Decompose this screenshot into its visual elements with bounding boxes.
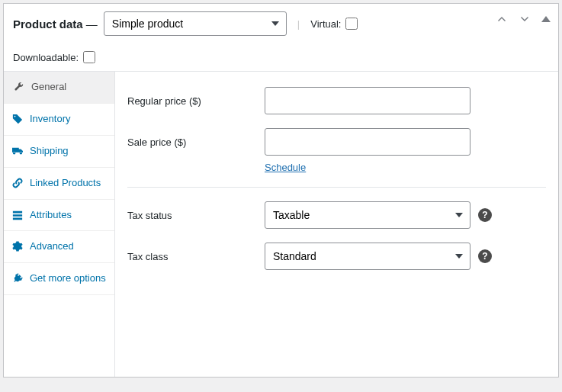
product-type-select[interactable]: Simple product <box>104 11 287 36</box>
tab-label: Attributes <box>30 209 107 222</box>
tax-status-label: Tax status <box>127 210 265 221</box>
collapse-icon[interactable] <box>541 16 551 22</box>
tab-general[interactable]: General <box>4 72 114 104</box>
tab-get-more-options[interactable]: Get more options <box>4 263 114 295</box>
tab-label: General <box>31 81 107 94</box>
virtual-label: Virtual: <box>310 18 358 30</box>
chevron-up-icon[interactable] <box>496 13 508 25</box>
schedule-link[interactable]: Schedule <box>265 162 306 173</box>
tab-linked-products[interactable]: Linked Products <box>4 168 114 200</box>
help-icon[interactable]: ? <box>478 249 492 263</box>
tab-attributes[interactable]: Attributes <box>4 200 114 232</box>
tab-label: Linked Products <box>30 177 107 190</box>
regular-price-input[interactable] <box>265 87 470 114</box>
sale-price-label: Sale price ($) <box>127 137 265 148</box>
tax-status-row: Tax status Taxable ? <box>127 201 546 229</box>
divider <box>127 187 546 188</box>
virtual-label-text: Virtual: <box>310 18 341 30</box>
link-icon <box>11 178 24 188</box>
tab-label: Shipping <box>30 145 107 158</box>
wrench-icon <box>13 82 25 92</box>
tax-status-select[interactable]: Taxable <box>265 201 470 229</box>
list-icon <box>11 210 24 220</box>
regular-price-row: Regular price ($) <box>127 87 546 114</box>
downloadable-checkbox[interactable] <box>83 51 95 63</box>
tax-class-select[interactable]: Standard <box>265 243 470 270</box>
separator: | <box>297 18 300 30</box>
product-data-panel: Product data — Simple product | Virtual:… <box>3 3 559 378</box>
header-controls <box>496 13 551 25</box>
tab-inventory[interactable]: Inventory <box>4 104 114 136</box>
gear-icon <box>11 241 24 252</box>
regular-price-label: Regular price ($) <box>127 95 265 107</box>
sidebar-tabs: General Inventory Shipping Linked Produc… <box>4 72 115 377</box>
downloadable-label-text: Downloadable: <box>13 52 79 63</box>
panel-body: General Inventory Shipping Linked Produc… <box>4 72 558 377</box>
sale-price-input[interactable] <box>265 128 470 156</box>
help-icon[interactable]: ? <box>478 208 492 222</box>
tab-label: Get more options <box>30 272 107 285</box>
tax-class-label: Tax class <box>127 251 265 262</box>
tab-advanced[interactable]: Advanced <box>4 231 114 263</box>
tax-class-row: Tax class Standard ? <box>127 243 546 270</box>
panel-title: Product data — <box>13 18 98 31</box>
title-dash: — <box>86 18 98 31</box>
tab-label: Advanced <box>30 240 107 253</box>
sale-price-row: Sale price ($) <box>127 128 546 156</box>
panel-header: Product data — Simple product | Virtual:… <box>4 4 558 72</box>
truck-icon <box>11 146 24 156</box>
downloadable-label: Downloadable: <box>13 51 95 63</box>
tab-label: Inventory <box>30 113 107 126</box>
panel-title-text: Product data <box>13 18 83 31</box>
virtual-checkbox[interactable] <box>345 18 358 30</box>
tab-content: Regular price ($) Sale price ($) Schedul… <box>115 72 558 377</box>
tag-icon <box>11 114 24 124</box>
plug-icon <box>11 273 24 284</box>
schedule-row: Schedule <box>265 162 546 173</box>
tab-shipping[interactable]: Shipping <box>4 136 114 168</box>
chevron-down-icon[interactable] <box>519 13 531 25</box>
